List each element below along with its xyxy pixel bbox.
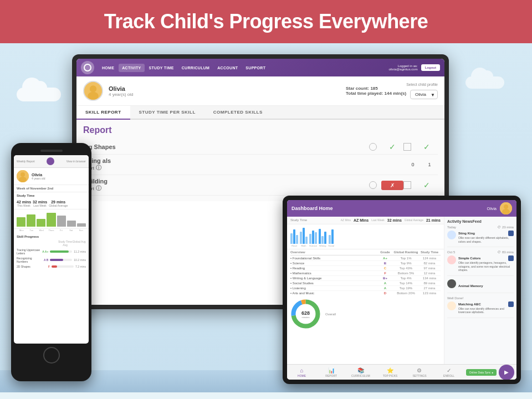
last-week-label: Last Week — [371, 218, 385, 222]
nav-study-time[interactable]: STUDY TIME — [146, 64, 177, 72]
today-label: Today — [447, 226, 456, 229]
tablet-nav-enroll[interactable]: ✓ ENROLL — [434, 366, 464, 378]
activity-name-4: Matching ABC — [458, 303, 481, 306]
time-label: Total time played: — [346, 91, 383, 96]
skill-item-tracing: Tracing Uppercase Letters A A+ 11.2 mins — [17, 248, 86, 255]
activity-simple-colors: Simple Colors Ollie can identify pentago… — [447, 255, 514, 276]
tablet-nav-curriculum[interactable]: 📚 CURRICULUM — [346, 366, 375, 378]
row-social: • Social Studies A Top 14% 89 mins — [290, 281, 441, 286]
bar-2-1 — [300, 232, 302, 244]
skill-row-building: Building eport ⓘ ✗ ✓ — [83, 175, 438, 196]
global-avg-val: 21 mins — [426, 218, 441, 222]
svg-point-1 — [90, 85, 96, 92]
activity-matching-abc: Matching ABC Ollie can now identify diff… — [447, 301, 514, 318]
skill-row-shapes: ing Shapes ✓ ✓ — [83, 140, 438, 155]
stat-this-week-sublabel: This Week — [17, 204, 31, 207]
nav-support[interactable]: SUPPORT — [242, 64, 269, 72]
activity-avatar-1 — [447, 231, 456, 239]
phone-stat-global: 29 mins Global Average — [49, 200, 68, 207]
tab-study-time-per-skill[interactable]: STUDY TIME PER SKILL — [130, 106, 204, 119]
stat-this-week-label: 42 mins — [17, 200, 31, 204]
monitor-tabs: SKILL REPORT STUDY TIME PER SKILL COMPLE… — [76, 106, 444, 120]
subject-reading: • Reading — [290, 267, 377, 270]
nav-home[interactable]: HOME — [99, 64, 117, 72]
phone-name: Olivia — [32, 173, 45, 177]
profile-dropdown[interactable]: Olivia ▼ — [410, 90, 438, 99]
bar-1-3 — [296, 235, 298, 244]
skill-numbers-time: 10.2 mins — [74, 258, 86, 262]
col-overview: Overview — [290, 250, 377, 254]
svg-point-4 — [21, 172, 25, 177]
profile-stats: Star count: 185 Total time played: 144 m… — [346, 86, 406, 96]
nav-curriculum[interactable]: CURRICULUM — [178, 64, 213, 72]
nav-activity[interactable]: ACTIVITY — [119, 64, 144, 72]
activity-content-4: Matching ABC Ollie can now identify diff… — [458, 301, 514, 314]
nav-items: HOME ACTIVITY STUDY TIME CURRICULUM ACCO… — [99, 64, 389, 72]
tab-skill-report[interactable]: SKILL REPORT — [76, 106, 130, 120]
stat-last-week-sublabel: Last Week — [33, 204, 47, 207]
bars-5 — [329, 226, 334, 244]
tablet-nav-home[interactable]: ⌂ HOME — [287, 366, 316, 378]
curriculum-label: CURRICULUM — [351, 374, 370, 377]
settings-icon: ⚙ — [417, 367, 422, 374]
phone-app-logo — [47, 157, 54, 165]
tablet-nav-report[interactable]: 📊 REPORT — [316, 366, 346, 378]
skill-report-title: Report — [83, 125, 438, 135]
chart-group-1: Read — [290, 226, 298, 247]
skill-check-1: ✓ — [381, 142, 403, 151]
label-sat: Sat — [66, 229, 76, 232]
monitor-nav: HOME ACTIVITY STUDY TIME CURRICULUM ACCO… — [76, 59, 444, 76]
phone-home-button[interactable] — [43, 347, 60, 364]
skill-row-nizing: nizing als eport ⓘ 0 1 — [83, 155, 438, 175]
skill-square-2 — [403, 181, 411, 189]
stat-global-label: 29 mins — [49, 200, 68, 204]
bars-1 — [290, 226, 298, 244]
tablet-main-area: Study Time AZ Mins AZ Mins Last Week 32 … — [287, 217, 444, 364]
tablet-app-title: Dashboard Home — [291, 206, 487, 211]
chart-label-3: Science — [309, 244, 317, 247]
svg-point-8 — [502, 209, 510, 214]
rank-social: Top 14% — [393, 282, 418, 285]
phone-header-left: Weekly Report — [17, 160, 35, 163]
nav-account[interactable]: ACCOUNT — [214, 64, 241, 72]
phone-age: 4 years old — [32, 177, 45, 180]
logout-button[interactable]: Logout — [421, 64, 440, 71]
tablet-overview: Overview Grade Global Ranking Study Time… — [287, 249, 444, 296]
phone-skill-section: Skill Progress Study Time Avg Global Avg… — [14, 233, 89, 272]
bar-2-2 — [303, 228, 305, 244]
donut-unit: minutes — [301, 315, 310, 318]
chart-label-5: Social — [328, 244, 334, 247]
tablet-nav-settings[interactable]: ⚙ SETTINGS — [405, 366, 434, 378]
bars-3 — [309, 226, 317, 244]
star-value: 185 — [370, 86, 377, 91]
skill-num-1: 1 — [421, 162, 438, 167]
time-arts: 123 mins — [418, 291, 441, 295]
phone-screen: Weekly Report View in browser Olivia 4 y… — [14, 155, 89, 344]
tablet-nav-top-picks[interactable]: ⭐ TOP PICKS — [375, 366, 405, 378]
header-banner: Track Child's Progress Everywhere — [0, 0, 532, 43]
bars-4 — [319, 226, 326, 244]
phone: Weekly Report View in browser Olivia 4 y… — [11, 143, 91, 381]
svg-point-2 — [88, 92, 99, 100]
skill-name-building: Building eport ⓘ — [83, 178, 369, 192]
home-icon: ⌂ — [300, 367, 304, 374]
activity-header-2: Simple Colors — [458, 255, 514, 261]
tablet-sync-button[interactable]: Online Data Sync ● — [466, 369, 497, 376]
tab-completed-skills[interactable]: COMPLETED SKILLS — [204, 106, 272, 119]
overall-label: Overall — [325, 313, 336, 316]
time-listening: 27 mins — [418, 287, 441, 290]
chart-label-4: Writing — [319, 244, 326, 247]
profile-avatar — [83, 81, 103, 101]
tablet-play-button[interactable]: ▶ — [499, 365, 514, 380]
enroll-icon: ✓ — [447, 367, 451, 374]
row-foundational: • Foundational Skills A+ Top 1% 124 mins — [290, 256, 441, 261]
skill-numbers-grade: A B — [44, 258, 48, 262]
stat-last-week-label: 32 mins — [33, 200, 47, 204]
enroll-label: ENROLL — [443, 374, 454, 377]
skill-x-mark: ✗ — [381, 181, 403, 190]
donut-center: 628 minutes — [301, 310, 310, 318]
activity-name-3: Animal Memory — [458, 284, 483, 288]
report-label: REPORT — [325, 374, 337, 377]
bar-3-1 — [309, 234, 311, 244]
global-avg-label: Global Average — [405, 218, 423, 222]
